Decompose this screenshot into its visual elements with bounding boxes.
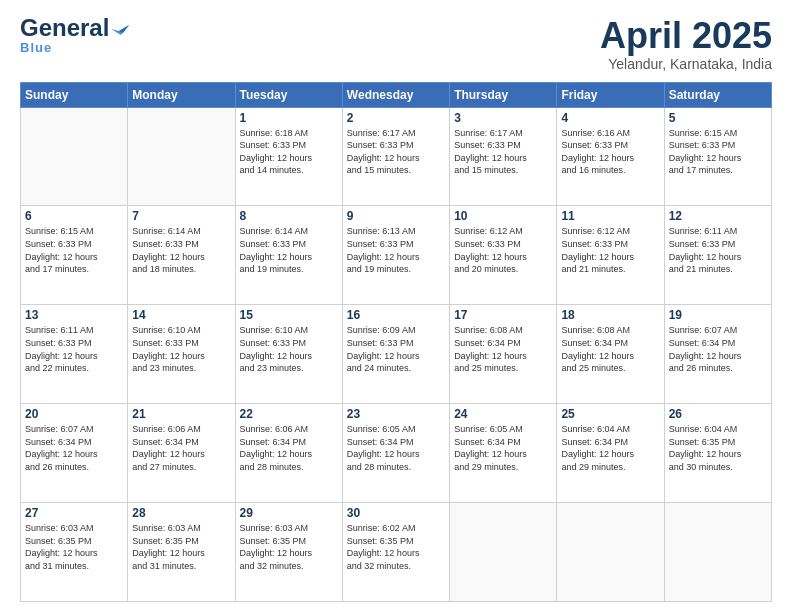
title-area: April 2025 Yelandur, Karnataka, India: [600, 16, 772, 72]
day-number: 11: [561, 209, 659, 223]
day-info: Sunrise: 6:08 AM Sunset: 6:34 PM Dayligh…: [561, 324, 659, 374]
day-number: 27: [25, 506, 123, 520]
calendar-cell-w2-d7: 12Sunrise: 6:11 AM Sunset: 6:33 PM Dayli…: [664, 206, 771, 305]
calendar-cell-w5-d3: 29Sunrise: 6:03 AM Sunset: 6:35 PM Dayli…: [235, 503, 342, 602]
weekday-header-row: Sunday Monday Tuesday Wednesday Thursday…: [21, 82, 772, 107]
day-info: Sunrise: 6:09 AM Sunset: 6:33 PM Dayligh…: [347, 324, 445, 374]
week-row-4: 20Sunrise: 6:07 AM Sunset: 6:34 PM Dayli…: [21, 404, 772, 503]
day-info: Sunrise: 6:05 AM Sunset: 6:34 PM Dayligh…: [454, 423, 552, 473]
week-row-3: 13Sunrise: 6:11 AM Sunset: 6:33 PM Dayli…: [21, 305, 772, 404]
page: General Blue April 2025 Yelandur, Karnat…: [0, 0, 792, 612]
day-info: Sunrise: 6:12 AM Sunset: 6:33 PM Dayligh…: [454, 225, 552, 275]
day-number: 10: [454, 209, 552, 223]
day-info: Sunrise: 6:12 AM Sunset: 6:33 PM Dayligh…: [561, 225, 659, 275]
day-number: 5: [669, 111, 767, 125]
day-info: Sunrise: 6:03 AM Sunset: 6:35 PM Dayligh…: [240, 522, 338, 572]
logo-bird-icon: [111, 21, 129, 39]
calendar-cell-w3-d4: 16Sunrise: 6:09 AM Sunset: 6:33 PM Dayli…: [342, 305, 449, 404]
day-info: Sunrise: 6:05 AM Sunset: 6:34 PM Dayligh…: [347, 423, 445, 473]
day-info: Sunrise: 6:14 AM Sunset: 6:33 PM Dayligh…: [240, 225, 338, 275]
calendar-cell-w2-d1: 6Sunrise: 6:15 AM Sunset: 6:33 PM Daylig…: [21, 206, 128, 305]
day-number: 8: [240, 209, 338, 223]
calendar-cell-w3-d7: 19Sunrise: 6:07 AM Sunset: 6:34 PM Dayli…: [664, 305, 771, 404]
day-number: 21: [132, 407, 230, 421]
day-info: Sunrise: 6:10 AM Sunset: 6:33 PM Dayligh…: [132, 324, 230, 374]
day-info: Sunrise: 6:17 AM Sunset: 6:33 PM Dayligh…: [347, 127, 445, 177]
header-sunday: Sunday: [21, 82, 128, 107]
logo: General Blue: [20, 16, 129, 55]
calendar-cell-w1-d5: 3Sunrise: 6:17 AM Sunset: 6:33 PM Daylig…: [450, 107, 557, 206]
calendar-cell-w3-d1: 13Sunrise: 6:11 AM Sunset: 6:33 PM Dayli…: [21, 305, 128, 404]
calendar-cell-w3-d5: 17Sunrise: 6:08 AM Sunset: 6:34 PM Dayli…: [450, 305, 557, 404]
calendar-cell-w1-d6: 4Sunrise: 6:16 AM Sunset: 6:33 PM Daylig…: [557, 107, 664, 206]
calendar-cell-w5-d7: [664, 503, 771, 602]
calendar-cell-w5-d4: 30Sunrise: 6:02 AM Sunset: 6:35 PM Dayli…: [342, 503, 449, 602]
header-saturday: Saturday: [664, 82, 771, 107]
day-number: 15: [240, 308, 338, 322]
day-number: 2: [347, 111, 445, 125]
calendar-cell-w4-d5: 24Sunrise: 6:05 AM Sunset: 6:34 PM Dayli…: [450, 404, 557, 503]
day-info: Sunrise: 6:16 AM Sunset: 6:33 PM Dayligh…: [561, 127, 659, 177]
calendar-title: April 2025: [600, 16, 772, 56]
calendar-cell-w4-d4: 23Sunrise: 6:05 AM Sunset: 6:34 PM Dayli…: [342, 404, 449, 503]
calendar-cell-w2-d6: 11Sunrise: 6:12 AM Sunset: 6:33 PM Dayli…: [557, 206, 664, 305]
day-info: Sunrise: 6:04 AM Sunset: 6:34 PM Dayligh…: [561, 423, 659, 473]
day-number: 12: [669, 209, 767, 223]
day-info: Sunrise: 6:07 AM Sunset: 6:34 PM Dayligh…: [669, 324, 767, 374]
calendar-cell-w2-d5: 10Sunrise: 6:12 AM Sunset: 6:33 PM Dayli…: [450, 206, 557, 305]
week-row-2: 6Sunrise: 6:15 AM Sunset: 6:33 PM Daylig…: [21, 206, 772, 305]
header: General Blue April 2025 Yelandur, Karnat…: [20, 16, 772, 72]
day-info: Sunrise: 6:03 AM Sunset: 6:35 PM Dayligh…: [132, 522, 230, 572]
day-number: 14: [132, 308, 230, 322]
calendar-cell-w1-d1: [21, 107, 128, 206]
day-number: 18: [561, 308, 659, 322]
day-number: 6: [25, 209, 123, 223]
day-number: 13: [25, 308, 123, 322]
day-info: Sunrise: 6:11 AM Sunset: 6:33 PM Dayligh…: [25, 324, 123, 374]
calendar-cell-w5-d5: [450, 503, 557, 602]
day-number: 29: [240, 506, 338, 520]
day-number: 24: [454, 407, 552, 421]
day-number: 23: [347, 407, 445, 421]
day-info: Sunrise: 6:08 AM Sunset: 6:34 PM Dayligh…: [454, 324, 552, 374]
day-number: 25: [561, 407, 659, 421]
day-number: 20: [25, 407, 123, 421]
day-number: 28: [132, 506, 230, 520]
day-number: 16: [347, 308, 445, 322]
day-number: 30: [347, 506, 445, 520]
calendar-cell-w2-d4: 9Sunrise: 6:13 AM Sunset: 6:33 PM Daylig…: [342, 206, 449, 305]
calendar-cell-w4-d2: 21Sunrise: 6:06 AM Sunset: 6:34 PM Dayli…: [128, 404, 235, 503]
calendar-cell-w4-d3: 22Sunrise: 6:06 AM Sunset: 6:34 PM Dayli…: [235, 404, 342, 503]
week-row-5: 27Sunrise: 6:03 AM Sunset: 6:35 PM Dayli…: [21, 503, 772, 602]
calendar-cell-w4-d6: 25Sunrise: 6:04 AM Sunset: 6:34 PM Dayli…: [557, 404, 664, 503]
day-info: Sunrise: 6:18 AM Sunset: 6:33 PM Dayligh…: [240, 127, 338, 177]
day-info: Sunrise: 6:07 AM Sunset: 6:34 PM Dayligh…: [25, 423, 123, 473]
day-info: Sunrise: 6:15 AM Sunset: 6:33 PM Dayligh…: [669, 127, 767, 177]
day-number: 1: [240, 111, 338, 125]
day-info: Sunrise: 6:15 AM Sunset: 6:33 PM Dayligh…: [25, 225, 123, 275]
svg-marker-0: [111, 25, 129, 35]
week-row-1: 1Sunrise: 6:18 AM Sunset: 6:33 PM Daylig…: [21, 107, 772, 206]
calendar-cell-w5-d1: 27Sunrise: 6:03 AM Sunset: 6:35 PM Dayli…: [21, 503, 128, 602]
day-info: Sunrise: 6:14 AM Sunset: 6:33 PM Dayligh…: [132, 225, 230, 275]
calendar-cell-w5-d6: [557, 503, 664, 602]
day-number: 3: [454, 111, 552, 125]
day-info: Sunrise: 6:04 AM Sunset: 6:35 PM Dayligh…: [669, 423, 767, 473]
day-number: 22: [240, 407, 338, 421]
header-monday: Monday: [128, 82, 235, 107]
day-info: Sunrise: 6:02 AM Sunset: 6:35 PM Dayligh…: [347, 522, 445, 572]
day-info: Sunrise: 6:10 AM Sunset: 6:33 PM Dayligh…: [240, 324, 338, 374]
calendar-cell-w1-d3: 1Sunrise: 6:18 AM Sunset: 6:33 PM Daylig…: [235, 107, 342, 206]
calendar-cell-w1-d4: 2Sunrise: 6:17 AM Sunset: 6:33 PM Daylig…: [342, 107, 449, 206]
header-friday: Friday: [557, 82, 664, 107]
calendar-cell-w2-d3: 8Sunrise: 6:14 AM Sunset: 6:33 PM Daylig…: [235, 206, 342, 305]
calendar-subtitle: Yelandur, Karnataka, India: [600, 56, 772, 72]
day-number: 17: [454, 308, 552, 322]
calendar-cell-w2-d2: 7Sunrise: 6:14 AM Sunset: 6:33 PM Daylig…: [128, 206, 235, 305]
header-thursday: Thursday: [450, 82, 557, 107]
header-tuesday: Tuesday: [235, 82, 342, 107]
day-number: 7: [132, 209, 230, 223]
day-info: Sunrise: 6:11 AM Sunset: 6:33 PM Dayligh…: [669, 225, 767, 275]
day-info: Sunrise: 6:06 AM Sunset: 6:34 PM Dayligh…: [240, 423, 338, 473]
day-number: 19: [669, 308, 767, 322]
